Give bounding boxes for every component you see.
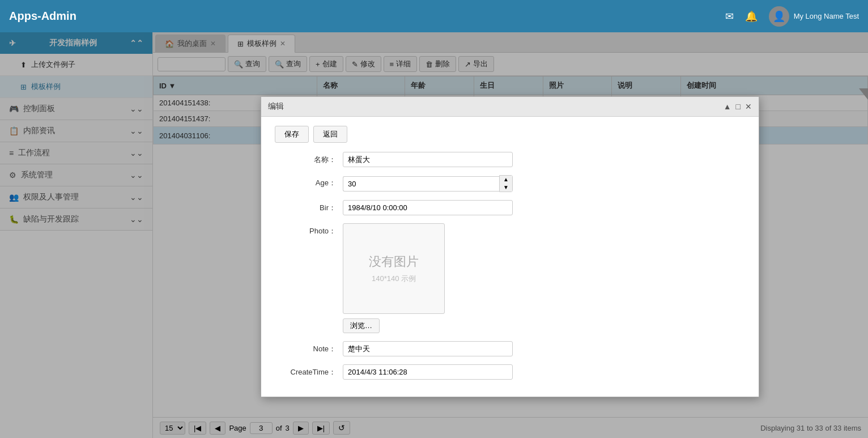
user-profile[interactable]: 👤 My Long Name Test — [769, 6, 859, 27]
bell-icon[interactable]: 🔔 — [745, 10, 758, 23]
form-row-bir: Bir： — [275, 200, 745, 215]
avatar: 👤 — [769, 6, 789, 27]
note-label: Note： — [275, 341, 343, 354]
age-field[interactable] — [343, 176, 499, 192]
bir-field[interactable] — [343, 200, 513, 215]
user-name: My Long Name Test — [794, 12, 859, 20]
name-field[interactable] — [343, 152, 513, 167]
save-button[interactable]: 保存 — [275, 126, 309, 143]
age-increment[interactable]: ▲ — [500, 176, 512, 184]
age-decrement[interactable]: ▼ — [500, 184, 512, 192]
createtime-field-wrap — [343, 364, 745, 380]
close-modal-button[interactable]: ✕ — [745, 102, 752, 111]
name-label: 名称： — [275, 152, 343, 165]
age-spinners: ▲ ▼ — [499, 175, 513, 192]
header-actions: ✉ 🔔 👤 My Long Name Test — [725, 6, 859, 27]
name-field-wrap — [343, 152, 745, 167]
photo-field-wrap: 没有图片 140*140 示例 浏览… — [343, 223, 745, 333]
form-row-note: Note： — [275, 341, 745, 356]
form-row-createtime: CreateTime： — [275, 364, 745, 380]
back-button[interactable]: 返回 — [313, 126, 347, 143]
note-field-wrap — [343, 341, 745, 356]
modal-body: 保存 返回 名称： Age： ▲ ▼ — [261, 117, 759, 397]
app-header: Apps-Admin ✉ 🔔 👤 My Long Name Test — [0, 0, 868, 32]
createtime-field[interactable] — [343, 364, 513, 380]
form-row-photo: Photo： 没有图片 140*140 示例 浏览… — [275, 223, 745, 333]
photo-label: Photo： — [275, 223, 343, 236]
createtime-label: CreateTime： — [275, 364, 343, 377]
edit-modal: 编辑 ▲ □ ✕ 保存 返回 名称： Age： ▲ — [261, 96, 759, 397]
form-row-age: Age： ▲ ▼ — [275, 175, 745, 192]
modal-controls: ▲ □ ✕ — [724, 102, 752, 111]
photo-box: 没有图片 140*140 示例 — [343, 223, 445, 314]
app-logo: Apps-Admin — [9, 10, 76, 23]
mail-icon[interactable]: ✉ — [725, 10, 734, 23]
bir-field-wrap — [343, 200, 745, 215]
form-row-name: 名称： — [275, 152, 745, 167]
bir-label: Bir： — [275, 200, 343, 213]
photo-hint: 140*140 示例 — [372, 274, 416, 284]
note-field[interactable] — [343, 341, 513, 356]
maximize-button[interactable]: □ — [736, 102, 741, 111]
age-field-wrap: ▲ ▼ — [343, 175, 745, 192]
browse-button[interactable]: 浏览… — [343, 318, 380, 333]
modal-titlebar: 编辑 ▲ □ ✕ — [261, 97, 759, 117]
no-image-text: 没有图片 — [369, 253, 419, 270]
minimize-button[interactable]: ▲ — [724, 102, 731, 111]
age-number-wrap: ▲ ▼ — [343, 175, 513, 192]
age-label: Age： — [275, 175, 343, 188]
modal-actions: 保存 返回 — [275, 126, 745, 143]
modal-title: 编辑 — [268, 101, 284, 112]
